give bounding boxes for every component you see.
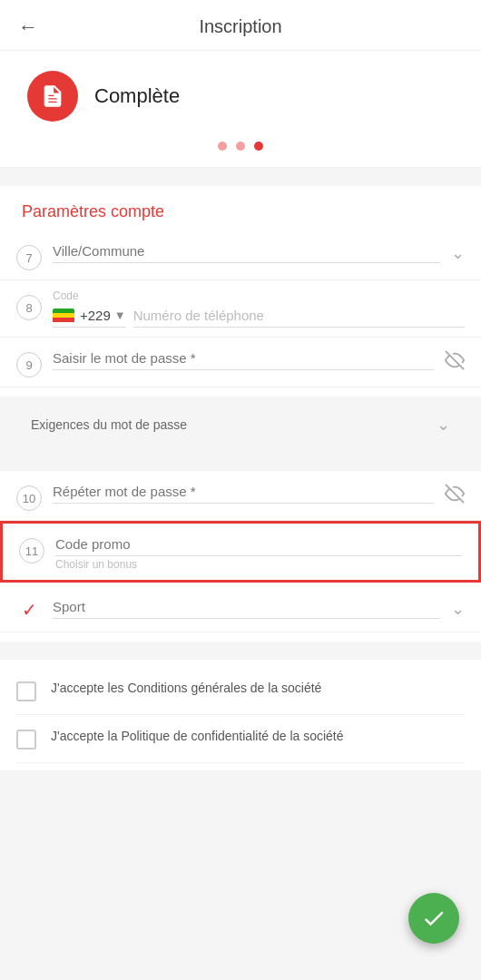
step-dot-2 — [236, 142, 245, 151]
status-label: Complète — [94, 84, 180, 108]
promo-sublabel: Choisir un bonus — [55, 558, 462, 571]
form-section: Paramètres compte 7 ⌄ 8 Code +229 — [0, 186, 481, 397]
field-num-7: 7 — [16, 245, 42, 270]
promo-code-field[interactable] — [55, 533, 462, 556]
benin-flag — [53, 309, 74, 323]
eye-off-icon-2 — [445, 484, 465, 508]
status-icon-circle — [27, 71, 78, 122]
promo-code-content: Choisir un bonus — [55, 533, 462, 571]
password-row: 9 — [0, 338, 481, 387]
section-title: Paramètres compte — [0, 186, 481, 230]
step-dot-3 — [254, 142, 263, 151]
repeat-password-toggle[interactable] — [445, 484, 465, 508]
ville-commune-content — [53, 240, 440, 263]
code-label: Code — [53, 289, 465, 302]
sport-check: ✓ — [16, 597, 42, 622]
repeat-password-field[interactable] — [53, 480, 434, 504]
country-code: +229 — [80, 308, 111, 323]
privacy-checkbox[interactable] — [16, 730, 36, 750]
terms-checkbox[interactable] — [16, 681, 36, 701]
chevron-down-icon: ⌄ — [451, 243, 465, 263]
password-content — [53, 347, 434, 370]
sport-dropdown[interactable]: ⌄ — [451, 599, 465, 619]
form-section-2: 10 11 Choisir un bonus ✓ ⌄ — [0, 471, 481, 642]
password-req-arrow: ⌄ — [437, 415, 450, 435]
document-icon — [40, 83, 65, 109]
page-title: Inscription — [199, 16, 281, 37]
repeat-password-content — [53, 480, 434, 504]
privacy-label: J'accepte la Politique de confidentialit… — [51, 728, 344, 746]
eye-off-icon — [445, 350, 465, 375]
ville-commune-field[interactable] — [53, 240, 440, 263]
password-toggle[interactable] — [445, 350, 465, 375]
back-button[interactable]: ← — [18, 15, 38, 39]
sport-content — [53, 595, 440, 619]
checkbox-section: J'accepte les Conditions générales de la… — [0, 660, 481, 770]
password-field[interactable] — [53, 347, 434, 370]
password-requirements[interactable]: Exigences du mot de passe ⌄ — [15, 402, 466, 447]
field-num-8: 8 — [16, 295, 42, 320]
step-dots — [0, 136, 481, 168]
ville-commune-row: 7 ⌄ — [0, 230, 481, 280]
terms-row: J'accepte les Conditions générales de la… — [16, 667, 465, 715]
sport-field[interactable] — [53, 595, 440, 619]
sport-chevron-icon: ⌄ — [451, 599, 465, 619]
status-section: Complète — [0, 51, 481, 136]
submit-fab[interactable] — [408, 893, 459, 944]
phone-content: Code +229 ▼ Numéro de téléphone — [53, 289, 465, 328]
header: ← Inscription — [0, 0, 481, 51]
phone-row: 8 Code +229 ▼ Numéro de téléphone — [0, 280, 481, 338]
ville-commune-dropdown[interactable]: ⌄ — [451, 243, 465, 263]
terms-label: J'accepte les Conditions générales de la… — [51, 680, 321, 698]
country-selector[interactable]: +229 ▼ — [53, 308, 126, 328]
phone-placeholder[interactable]: Numéro de téléphone — [133, 308, 465, 328]
field-num-9: 9 — [16, 352, 42, 377]
phone-input-row: +229 ▼ Numéro de téléphone — [53, 308, 465, 328]
privacy-row: J'accepte la Politique de confidentialit… — [16, 715, 465, 763]
repeat-password-row: 10 — [0, 471, 481, 521]
country-dropdown-arrow: ▼ — [114, 309, 126, 322]
step-dot-1 — [218, 142, 227, 151]
sport-row: ✓ ⌄ — [0, 583, 481, 632]
field-num-11: 11 — [19, 538, 44, 564]
promo-code-row: 11 Choisir un bonus — [0, 521, 481, 583]
checkmark-icon — [421, 906, 447, 931]
field-num-10: 10 — [16, 485, 42, 511]
password-req-label: Exigences du mot de passe — [31, 417, 187, 432]
